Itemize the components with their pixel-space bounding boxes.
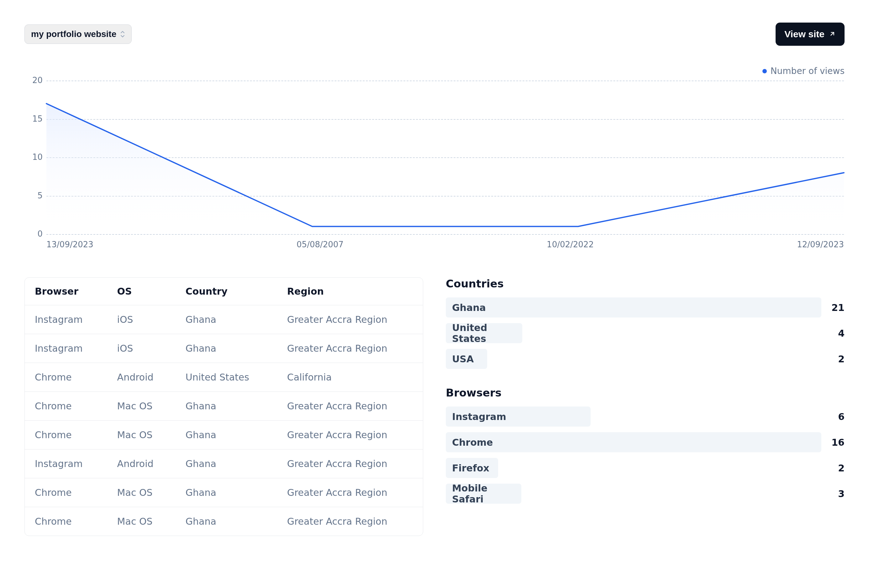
country-row: USA2 bbox=[446, 349, 845, 369]
table-row: ChromeMac OSGhanaGreater Accra Region bbox=[25, 421, 423, 449]
table-cell: Ghana bbox=[175, 392, 277, 421]
table-cell: Ghana bbox=[175, 305, 277, 334]
country-bar-fill: United States bbox=[446, 323, 522, 343]
browser-count: 2 bbox=[823, 463, 845, 474]
table-column-header: Region bbox=[277, 278, 423, 305]
x-tick-label: 05/08/2007 bbox=[297, 240, 344, 249]
table-body: InstagramiOSGhanaGreater Accra RegionIns… bbox=[25, 305, 423, 536]
browser-count: 16 bbox=[823, 437, 845, 448]
country-bar-fill: USA bbox=[446, 349, 487, 369]
table-column-header: OS bbox=[107, 278, 175, 305]
site-selector[interactable]: my portfolio website bbox=[24, 24, 132, 44]
table-column-header: Browser bbox=[25, 278, 107, 305]
country-row: Ghana21 bbox=[446, 298, 845, 317]
view-site-label: View site bbox=[784, 29, 825, 40]
view-site-button[interactable]: View site bbox=[776, 22, 845, 46]
table-cell: Chrome bbox=[25, 392, 107, 421]
gridline bbox=[46, 234, 844, 235]
table-cell: Mac OS bbox=[107, 507, 175, 536]
countries-title: Countries bbox=[446, 277, 845, 290]
analytics-page: my portfolio website View site Number of… bbox=[0, 0, 869, 588]
table-cell: Mac OS bbox=[107, 421, 175, 449]
countries-panel: Countries Ghana21United States4USA2 bbox=[446, 277, 845, 369]
table-cell: Android bbox=[107, 363, 175, 392]
arrow-up-right-icon bbox=[829, 29, 836, 40]
table-cell: Chrome bbox=[25, 478, 107, 507]
browsers-title: Browsers bbox=[446, 387, 845, 399]
table-cell: Instagram bbox=[25, 449, 107, 478]
table-cell: iOS bbox=[107, 334, 175, 363]
table-cell: Chrome bbox=[25, 421, 107, 449]
country-bar: United States bbox=[446, 323, 815, 343]
browser-count: 3 bbox=[823, 488, 845, 499]
table-row: ChromeMac OSGhanaGreater Accra Region bbox=[25, 392, 423, 421]
browser-bar-fill: Chrome bbox=[446, 432, 822, 452]
country-count: 2 bbox=[823, 354, 845, 364]
table-cell: Instagram bbox=[25, 305, 107, 334]
browser-count: 6 bbox=[823, 411, 845, 422]
browser-bar: Chrome bbox=[446, 432, 815, 452]
table-cell: iOS bbox=[107, 305, 175, 334]
browser-bar: Firefox bbox=[446, 458, 815, 478]
browser-bar-fill: Instagram bbox=[446, 407, 591, 427]
browsers-list: Instagram6Chrome16Firefox2Mobile Safari3 bbox=[446, 407, 845, 504]
table-cell: Mac OS bbox=[107, 478, 175, 507]
table-cell: United States bbox=[175, 363, 277, 392]
country-count: 21 bbox=[823, 302, 845, 313]
table-cell: Greater Accra Region bbox=[277, 334, 423, 363]
analytics-table-card: BrowserOSCountryRegion InstagramiOSGhana… bbox=[24, 277, 423, 536]
table-row: ChromeAndroidUnited StatesCalifornia bbox=[25, 363, 423, 392]
table-cell: Greater Accra Region bbox=[277, 449, 423, 478]
x-tick-label: 12/09/2023 bbox=[797, 240, 844, 249]
legend-series-label: Number of views bbox=[771, 66, 845, 76]
table-cell: Ghana bbox=[175, 449, 277, 478]
table-cell: Instagram bbox=[25, 334, 107, 363]
table-cell: Greater Accra Region bbox=[277, 421, 423, 449]
x-axis: 13/09/202305/08/200710/02/202212/09/2023 bbox=[46, 240, 844, 249]
table-cell: Ghana bbox=[175, 421, 277, 449]
table-header-row: BrowserOSCountryRegion bbox=[25, 278, 423, 305]
table-row: ChromeMac OSGhanaGreater Accra Region bbox=[25, 478, 423, 507]
country-bar-fill: Ghana bbox=[446, 298, 822, 317]
legend-dot-icon bbox=[762, 69, 767, 73]
table-cell: Greater Accra Region bbox=[277, 507, 423, 536]
x-tick-label: 10/02/2022 bbox=[547, 240, 594, 249]
chart-legend: Number of views bbox=[24, 66, 845, 76]
table-row: InstagramiOSGhanaGreater Accra Region bbox=[25, 334, 423, 363]
table-cell: Chrome bbox=[25, 363, 107, 392]
table-column-header: Country bbox=[175, 278, 277, 305]
table-cell: Android bbox=[107, 449, 175, 478]
country-bar: Ghana bbox=[446, 298, 815, 317]
chevron-up-down-icon bbox=[120, 31, 125, 38]
table-row: ChromeMac OSGhanaGreater Accra Region bbox=[25, 507, 423, 536]
x-tick-label: 13/09/2023 bbox=[46, 240, 93, 249]
browser-bar-fill: Firefox bbox=[446, 458, 498, 478]
y-axis: 20151050 bbox=[24, 80, 46, 234]
table-cell: Ghana bbox=[175, 334, 277, 363]
side-panels: Countries Ghana21United States4USA2 Brow… bbox=[446, 277, 845, 536]
site-selector-label: my portfolio website bbox=[31, 29, 116, 39]
table-cell: Ghana bbox=[175, 507, 277, 536]
toolbar: my portfolio website View site bbox=[24, 22, 845, 46]
table-cell: Ghana bbox=[175, 478, 277, 507]
browser-bar-fill: Mobile Safari bbox=[446, 484, 521, 504]
table-cell: California bbox=[277, 363, 423, 392]
country-row: United States4 bbox=[446, 323, 845, 343]
table-row: InstagramAndroidGhanaGreater Accra Regio… bbox=[25, 449, 423, 478]
browser-bar: Instagram bbox=[446, 407, 815, 427]
browser-row: Mobile Safari3 bbox=[446, 484, 845, 504]
browser-row: Instagram6 bbox=[446, 407, 845, 427]
country-bar: USA bbox=[446, 349, 815, 369]
browser-row: Chrome16 bbox=[446, 432, 845, 452]
table-cell: Greater Accra Region bbox=[277, 478, 423, 507]
country-count: 4 bbox=[823, 328, 845, 339]
countries-list: Ghana21United States4USA2 bbox=[446, 298, 845, 369]
content-grid: BrowserOSCountryRegion InstagramiOSGhana… bbox=[24, 277, 845, 536]
table-cell: Greater Accra Region bbox=[277, 305, 423, 334]
analytics-table: BrowserOSCountryRegion InstagramiOSGhana… bbox=[25, 278, 423, 536]
chart-series bbox=[46, 80, 844, 234]
browser-bar: Mobile Safari bbox=[446, 484, 815, 504]
table-cell: Chrome bbox=[25, 507, 107, 536]
views-chart: 20151050 bbox=[24, 80, 845, 234]
table-row: InstagramiOSGhanaGreater Accra Region bbox=[25, 305, 423, 334]
